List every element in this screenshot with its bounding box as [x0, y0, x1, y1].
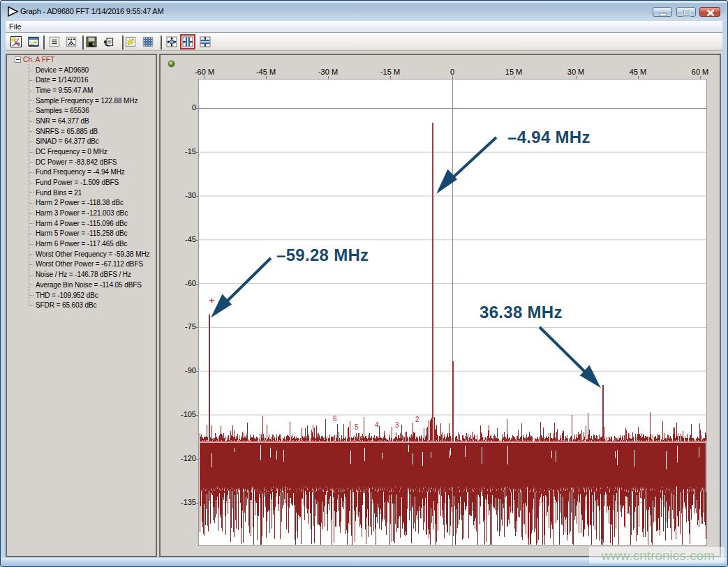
svg-text:–4.94 MHz: –4.94 MHz — [507, 128, 590, 146]
svg-text:36.38 MHz: 36.38 MHz — [480, 303, 563, 322]
svg-text:–59.28 MHz: –59.28 MHz — [276, 245, 369, 264]
svg-text:6: 6 — [333, 415, 337, 423]
svg-text:5: 5 — [355, 423, 359, 431]
svg-text:4: 4 — [375, 421, 379, 429]
svg-text:3: 3 — [395, 421, 399, 429]
svg-text:2: 2 — [415, 416, 419, 423]
